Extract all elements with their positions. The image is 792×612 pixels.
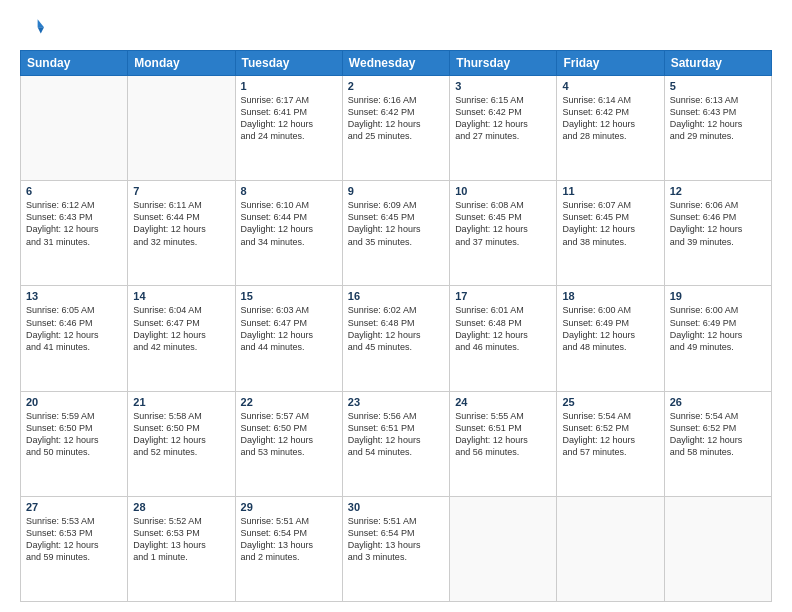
cell-day-number: 22 bbox=[241, 396, 337, 408]
cell-info: Sunrise: 5:51 AMSunset: 6:54 PMDaylight:… bbox=[348, 515, 444, 564]
cell-info: Sunrise: 6:08 AMSunset: 6:45 PMDaylight:… bbox=[455, 199, 551, 248]
cell-day-number: 25 bbox=[562, 396, 658, 408]
svg-marker-0 bbox=[38, 19, 44, 27]
page: SundayMondayTuesdayWednesdayThursdayFrid… bbox=[0, 0, 792, 612]
calendar-cell: 4Sunrise: 6:14 AMSunset: 6:42 PMDaylight… bbox=[557, 76, 664, 181]
calendar-cell: 16Sunrise: 6:02 AMSunset: 6:48 PMDayligh… bbox=[342, 286, 449, 391]
cell-day-number: 23 bbox=[348, 396, 444, 408]
calendar-cell: 6Sunrise: 6:12 AMSunset: 6:43 PMDaylight… bbox=[21, 181, 128, 286]
calendar-cell: 7Sunrise: 6:11 AMSunset: 6:44 PMDaylight… bbox=[128, 181, 235, 286]
cell-info: Sunrise: 6:17 AMSunset: 6:41 PMDaylight:… bbox=[241, 94, 337, 143]
week-row-5: 27Sunrise: 5:53 AMSunset: 6:53 PMDayligh… bbox=[21, 496, 772, 601]
calendar-cell: 19Sunrise: 6:00 AMSunset: 6:49 PMDayligh… bbox=[664, 286, 771, 391]
cell-day-number: 14 bbox=[133, 290, 229, 302]
cell-info: Sunrise: 6:03 AMSunset: 6:47 PMDaylight:… bbox=[241, 304, 337, 353]
logo bbox=[20, 16, 48, 40]
cell-info: Sunrise: 6:12 AMSunset: 6:43 PMDaylight:… bbox=[26, 199, 122, 248]
cell-info: Sunrise: 5:52 AMSunset: 6:53 PMDaylight:… bbox=[133, 515, 229, 564]
col-header-thursday: Thursday bbox=[450, 51, 557, 76]
week-row-4: 20Sunrise: 5:59 AMSunset: 6:50 PMDayligh… bbox=[21, 391, 772, 496]
col-header-wednesday: Wednesday bbox=[342, 51, 449, 76]
cell-day-number: 28 bbox=[133, 501, 229, 513]
cell-day-number: 18 bbox=[562, 290, 658, 302]
cell-info: Sunrise: 6:06 AMSunset: 6:46 PMDaylight:… bbox=[670, 199, 766, 248]
calendar-table: SundayMondayTuesdayWednesdayThursdayFrid… bbox=[20, 50, 772, 602]
calendar-cell: 5Sunrise: 6:13 AMSunset: 6:43 PMDaylight… bbox=[664, 76, 771, 181]
cell-info: Sunrise: 6:14 AMSunset: 6:42 PMDaylight:… bbox=[562, 94, 658, 143]
cell-info: Sunrise: 6:13 AMSunset: 6:43 PMDaylight:… bbox=[670, 94, 766, 143]
cell-day-number: 27 bbox=[26, 501, 122, 513]
cell-info: Sunrise: 6:00 AMSunset: 6:49 PMDaylight:… bbox=[670, 304, 766, 353]
cell-day-number: 5 bbox=[670, 80, 766, 92]
calendar-cell: 25Sunrise: 5:54 AMSunset: 6:52 PMDayligh… bbox=[557, 391, 664, 496]
col-header-friday: Friday bbox=[557, 51, 664, 76]
calendar-cell: 3Sunrise: 6:15 AMSunset: 6:42 PMDaylight… bbox=[450, 76, 557, 181]
calendar-cell: 23Sunrise: 5:56 AMSunset: 6:51 PMDayligh… bbox=[342, 391, 449, 496]
col-header-saturday: Saturday bbox=[664, 51, 771, 76]
cell-day-number: 4 bbox=[562, 80, 658, 92]
cell-info: Sunrise: 6:10 AMSunset: 6:44 PMDaylight:… bbox=[241, 199, 337, 248]
cell-day-number: 29 bbox=[241, 501, 337, 513]
calendar-cell: 21Sunrise: 5:58 AMSunset: 6:50 PMDayligh… bbox=[128, 391, 235, 496]
calendar-cell: 20Sunrise: 5:59 AMSunset: 6:50 PMDayligh… bbox=[21, 391, 128, 496]
cell-day-number: 21 bbox=[133, 396, 229, 408]
cell-day-number: 30 bbox=[348, 501, 444, 513]
cell-info: Sunrise: 6:04 AMSunset: 6:47 PMDaylight:… bbox=[133, 304, 229, 353]
calendar-cell: 11Sunrise: 6:07 AMSunset: 6:45 PMDayligh… bbox=[557, 181, 664, 286]
calendar-cell: 2Sunrise: 6:16 AMSunset: 6:42 PMDaylight… bbox=[342, 76, 449, 181]
cell-day-number: 16 bbox=[348, 290, 444, 302]
week-row-3: 13Sunrise: 6:05 AMSunset: 6:46 PMDayligh… bbox=[21, 286, 772, 391]
calendar-cell: 17Sunrise: 6:01 AMSunset: 6:48 PMDayligh… bbox=[450, 286, 557, 391]
cell-day-number: 13 bbox=[26, 290, 122, 302]
calendar-cell: 27Sunrise: 5:53 AMSunset: 6:53 PMDayligh… bbox=[21, 496, 128, 601]
calendar-cell: 8Sunrise: 6:10 AMSunset: 6:44 PMDaylight… bbox=[235, 181, 342, 286]
calendar-cell: 24Sunrise: 5:55 AMSunset: 6:51 PMDayligh… bbox=[450, 391, 557, 496]
cell-info: Sunrise: 6:01 AMSunset: 6:48 PMDaylight:… bbox=[455, 304, 551, 353]
cell-day-number: 9 bbox=[348, 185, 444, 197]
cell-day-number: 12 bbox=[670, 185, 766, 197]
cell-day-number: 20 bbox=[26, 396, 122, 408]
cell-day-number: 7 bbox=[133, 185, 229, 197]
calendar-cell: 9Sunrise: 6:09 AMSunset: 6:45 PMDaylight… bbox=[342, 181, 449, 286]
calendar-cell: 13Sunrise: 6:05 AMSunset: 6:46 PMDayligh… bbox=[21, 286, 128, 391]
calendar-cell: 12Sunrise: 6:06 AMSunset: 6:46 PMDayligh… bbox=[664, 181, 771, 286]
calendar-cell: 14Sunrise: 6:04 AMSunset: 6:47 PMDayligh… bbox=[128, 286, 235, 391]
cell-info: Sunrise: 5:55 AMSunset: 6:51 PMDaylight:… bbox=[455, 410, 551, 459]
cell-day-number: 6 bbox=[26, 185, 122, 197]
cell-info: Sunrise: 6:16 AMSunset: 6:42 PMDaylight:… bbox=[348, 94, 444, 143]
calendar-cell: 1Sunrise: 6:17 AMSunset: 6:41 PMDaylight… bbox=[235, 76, 342, 181]
cell-day-number: 17 bbox=[455, 290, 551, 302]
col-header-sunday: Sunday bbox=[21, 51, 128, 76]
cell-day-number: 26 bbox=[670, 396, 766, 408]
cell-info: Sunrise: 5:59 AMSunset: 6:50 PMDaylight:… bbox=[26, 410, 122, 459]
cell-info: Sunrise: 6:11 AMSunset: 6:44 PMDaylight:… bbox=[133, 199, 229, 248]
col-header-tuesday: Tuesday bbox=[235, 51, 342, 76]
calendar-body: 1Sunrise: 6:17 AMSunset: 6:41 PMDaylight… bbox=[21, 76, 772, 602]
cell-info: Sunrise: 5:57 AMSunset: 6:50 PMDaylight:… bbox=[241, 410, 337, 459]
cell-day-number: 3 bbox=[455, 80, 551, 92]
svg-marker-1 bbox=[38, 27, 44, 33]
calendar-cell: 30Sunrise: 5:51 AMSunset: 6:54 PMDayligh… bbox=[342, 496, 449, 601]
cell-day-number: 1 bbox=[241, 80, 337, 92]
header-row: SundayMondayTuesdayWednesdayThursdayFrid… bbox=[21, 51, 772, 76]
cell-info: Sunrise: 6:00 AMSunset: 6:49 PMDaylight:… bbox=[562, 304, 658, 353]
cell-day-number: 24 bbox=[455, 396, 551, 408]
calendar-cell: 28Sunrise: 5:52 AMSunset: 6:53 PMDayligh… bbox=[128, 496, 235, 601]
cell-info: Sunrise: 5:56 AMSunset: 6:51 PMDaylight:… bbox=[348, 410, 444, 459]
cell-info: Sunrise: 6:05 AMSunset: 6:46 PMDaylight:… bbox=[26, 304, 122, 353]
cell-info: Sunrise: 5:58 AMSunset: 6:50 PMDaylight:… bbox=[133, 410, 229, 459]
cell-info: Sunrise: 5:51 AMSunset: 6:54 PMDaylight:… bbox=[241, 515, 337, 564]
calendar-cell: 15Sunrise: 6:03 AMSunset: 6:47 PMDayligh… bbox=[235, 286, 342, 391]
calendar-cell bbox=[450, 496, 557, 601]
cell-info: Sunrise: 6:09 AMSunset: 6:45 PMDaylight:… bbox=[348, 199, 444, 248]
cell-day-number: 19 bbox=[670, 290, 766, 302]
cell-info: Sunrise: 6:02 AMSunset: 6:48 PMDaylight:… bbox=[348, 304, 444, 353]
calendar-header: SundayMondayTuesdayWednesdayThursdayFrid… bbox=[21, 51, 772, 76]
cell-info: Sunrise: 6:15 AMSunset: 6:42 PMDaylight:… bbox=[455, 94, 551, 143]
calendar-cell: 10Sunrise: 6:08 AMSunset: 6:45 PMDayligh… bbox=[450, 181, 557, 286]
cell-day-number: 8 bbox=[241, 185, 337, 197]
cell-day-number: 15 bbox=[241, 290, 337, 302]
header bbox=[20, 16, 772, 40]
week-row-1: 1Sunrise: 6:17 AMSunset: 6:41 PMDaylight… bbox=[21, 76, 772, 181]
week-row-2: 6Sunrise: 6:12 AMSunset: 6:43 PMDaylight… bbox=[21, 181, 772, 286]
